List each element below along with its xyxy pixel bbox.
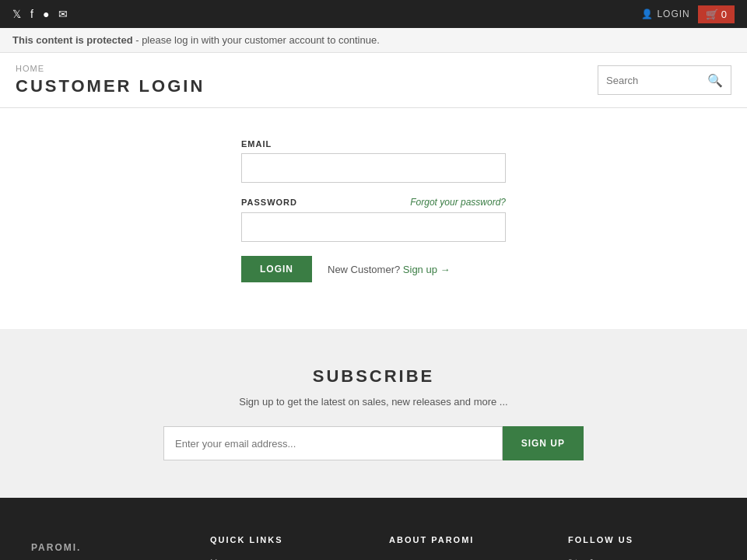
footer-col-follow: FOLLOW US 𝕏 f ● ✉: [568, 535, 716, 560]
main-content: EMAIL PASSWORD Forgot your password? LOG…: [0, 108, 747, 329]
person-icon: 👤: [641, 9, 654, 19]
header-right: 🔍: [598, 65, 731, 106]
email-icon[interactable]: ✉: [58, 8, 68, 20]
cart-button[interactable]: 🛒 0: [698, 5, 735, 23]
footer-social: 𝕏 f ● ✉: [568, 557, 716, 560]
top-bar: 𝕏 f ● ✉ 👤 LOGIN 🛒 0: [0, 0, 747, 28]
protected-bold: This content is protected: [12, 34, 133, 46]
footer-col-about: ABOUT PAROMI Our teas come from the fine…: [389, 535, 537, 560]
subscribe-form: SIGN UP: [163, 426, 584, 460]
password-group: PASSWORD Forgot your password?: [241, 197, 506, 242]
login-form-container: EMAIL PASSWORD Forgot your password? LOG…: [241, 139, 506, 282]
breadcrumb[interactable]: HOME: [16, 64, 598, 73]
login-nav-label: LOGIN: [657, 9, 689, 19]
search-icon: 🔍: [707, 74, 723, 87]
email-group: EMAIL: [241, 139, 506, 183]
footer-quick-links-title: QUICK LINKS: [210, 535, 358, 544]
facebook-icon[interactable]: f: [30, 8, 33, 20]
search-button[interactable]: 🔍: [700, 73, 731, 88]
footer-about-title: ABOUT PAROMI: [389, 535, 537, 544]
login-nav-button[interactable]: 👤 LOGIN: [641, 9, 689, 19]
email-label: EMAIL: [241, 139, 272, 149]
footer-email-icon[interactable]: ✉: [622, 557, 632, 560]
new-customer-label: New Customer?: [328, 264, 400, 275]
footer-columns: PAROMI. QUICK LINKS Home ABOUT PAROMI Ou…: [31, 535, 716, 560]
email-input[interactable]: [241, 153, 506, 183]
cart-count: 0: [721, 9, 727, 20]
login-button[interactable]: LOGIN: [241, 256, 312, 282]
footer-follow-title: FOLLOW US: [568, 535, 716, 544]
footer: PAROMI. QUICK LINKS Home ABOUT PAROMI Ou…: [0, 498, 747, 560]
top-bar-right: 👤 LOGIN 🛒 0: [641, 5, 735, 23]
footer-instagram-icon[interactable]: ●: [603, 558, 611, 561]
search-input[interactable]: [598, 75, 700, 86]
site-header: HOME CUSTOMER LOGIN 🔍: [0, 53, 747, 108]
subscribe-section: SUBSCRIBE Sign up to get the latest on s…: [0, 329, 747, 498]
forgot-password-link[interactable]: Forgot your password?: [410, 197, 506, 208]
subscribe-email-input[interactable]: [163, 426, 503, 460]
social-links: 𝕏 f ● ✉: [12, 8, 68, 20]
password-label-row: PASSWORD Forgot your password?: [241, 197, 506, 208]
subscribe-button[interactable]: SIGN UP: [503, 426, 584, 460]
footer-col-logo: PAROMI.: [31, 535, 179, 560]
password-input[interactable]: [241, 212, 506, 242]
twitter-icon[interactable]: 𝕏: [12, 8, 21, 20]
footer-logo-text: PAROMI.: [31, 542, 81, 553]
footer-twitter-icon[interactable]: 𝕏: [568, 557, 578, 560]
footer-logo: PAROMI.: [31, 535, 179, 555]
protected-message: This content is protected - please log i…: [0, 28, 747, 53]
instagram-icon[interactable]: ●: [43, 8, 49, 20]
email-label-row: EMAIL: [241, 139, 506, 149]
password-label: PASSWORD: [241, 198, 297, 207]
footer-facebook-icon[interactable]: f: [589, 558, 592, 561]
subscribe-title: SUBSCRIBE: [16, 366, 731, 387]
footer-about-text: Our teas come from the finest tea estate…: [389, 557, 537, 560]
subscribe-subtitle: Sign up to get the latest on sales, new …: [16, 396, 731, 408]
search-bar: 🔍: [598, 65, 731, 95]
signup-link[interactable]: Sign up →: [403, 264, 451, 275]
header-left: HOME CUSTOMER LOGIN: [16, 64, 598, 107]
footer-col-links: QUICK LINKS Home: [210, 535, 358, 560]
login-actions: LOGIN New Customer? Sign up →: [241, 256, 506, 282]
protected-rest: - please log in with your customer accou…: [133, 34, 380, 46]
new-customer-text: New Customer? Sign up →: [328, 264, 451, 275]
footer-link-home[interactable]: Home: [210, 557, 358, 560]
page-title: CUSTOMER LOGIN: [16, 76, 598, 107]
